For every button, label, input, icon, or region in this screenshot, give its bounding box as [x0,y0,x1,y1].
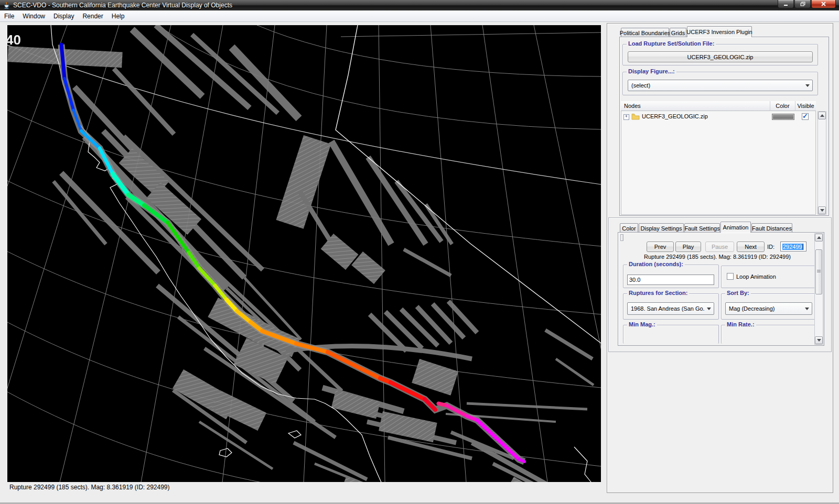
tab-grids[interactable]: Grids [670,28,686,37]
tab-display-settings[interactable]: Display Settings [639,223,684,233]
id-label: ID: [767,244,775,250]
menu-file[interactable]: File [0,12,18,21]
tab-fault-distances[interactable]: Fault Distances [751,223,792,233]
minimize-icon [783,2,788,6]
next-button[interactable]: Next [737,242,765,252]
app-window: { "window": { "title": "SCEC-VDO - South… [0,0,839,504]
scroll-down-icon[interactable] [815,336,823,344]
state-border-line [336,25,601,343]
scroll-up-icon[interactable] [818,112,826,119]
play-button[interactable]: Play [675,242,701,252]
node-name: UCERF3_GEOLOGIC.zip [642,113,708,119]
fault-surfaces [7,25,594,482]
close-icon [821,2,826,6]
loop-animation-label: Loop Animation [736,273,776,280]
sort-by-value: Mag (Decreasing) [729,305,775,312]
coastline [51,25,599,482]
rupture-segment [519,459,524,462]
animation-scrollbar[interactable] [814,233,823,345]
tab-animation[interactable]: Animation [720,222,751,233]
java-app-icon [3,2,10,9]
rupture-id-input[interactable]: 292499 [780,242,806,251]
tab-fault-settings[interactable]: Fault Settings [684,223,720,233]
duration-input[interactable]: 30.0 [627,275,714,285]
scroll-up-icon[interactable] [815,234,823,242]
duration-group-label: Duration (seconds): [627,261,685,267]
scrollbar-thumb[interactable] [815,249,822,294]
min-mag-label: Min Mag.: [627,321,657,327]
latitude-label: 40 [7,32,21,48]
tab-ucerf3-inversion-plugin[interactable]: UCERF3 Inversion Plugin [687,26,752,37]
tab-political-boundaries[interactable]: Political Boundaries [621,28,669,37]
min-rate-label: Min Rate.: [725,321,756,327]
folder-icon [631,113,640,120]
restore-icon [800,2,805,6]
node-color-swatch[interactable] [772,114,794,120]
min-rate-groupbox: Min Rate.: [721,325,817,344]
rupture-caption: Rupture 292499 (185 sects). Mag: 8.36191… [623,254,812,260]
minimize-button[interactable] [778,0,794,8]
chevron-down-icon [805,84,810,87]
visible-column-header[interactable]: Visible [795,101,816,111]
fault-map-canvas: 40 [7,25,601,482]
chevron-down-icon [707,308,711,310]
map-3d-viewport[interactable]: 40 [7,25,601,482]
display-figure-group-label: Display Figure...: [627,68,676,74]
ruptures-for-section-label: Ruptures for Section: [627,290,689,296]
load-rupture-file-button[interactable]: UCERF3_GEOLOGIC.zip [628,51,813,62]
load-rupture-group-label: Load Rupture Set/Solution File: [627,40,716,47]
loop-animation-checkbox[interactable] [727,273,734,280]
scroll-down-icon[interactable] [818,206,826,214]
ruptures-for-section-select[interactable]: 1968. San Andreas (San Go... [627,302,714,315]
pause-button[interactable]: Pause [705,242,734,252]
tab-color[interactable]: Color [620,223,638,233]
window-title: SCEC-VDO - Southern California Earthquak… [13,2,232,9]
close-button[interactable] [811,0,836,8]
nodes-scrollbar[interactable] [818,111,826,215]
nodes-column-header[interactable]: Nodes [621,101,770,111]
title-bar: SCEC-VDO - Southern California Earthquak… [0,0,839,10]
menu-bar: File Window Display Render Help [0,10,839,22]
status-bar-text: Rupture 292499 (185 sects). Mag: 8.36191… [9,484,170,491]
menu-window[interactable]: Window [18,12,49,21]
prev-button[interactable]: Prev [647,242,674,252]
id-selected-text: 292499 [782,244,803,250]
restore-button[interactable] [794,0,811,8]
menu-help[interactable]: Help [107,12,129,21]
display-figure-selected-value: (select) [631,82,650,89]
color-column-header[interactable]: Color [770,101,795,111]
table-row[interactable]: + UCERF3_GEOLOGIC.zip [621,111,816,122]
toolbar-grip[interactable] [620,234,623,241]
menu-render[interactable]: Render [78,12,107,21]
chevron-down-icon [805,308,809,310]
menu-display[interactable]: Display [49,12,78,21]
tree-expand-icon[interactable]: + [623,114,629,120]
ruptures-for-section-value: 1968. San Andreas (San Go... [631,305,704,312]
sort-by-label: Sort By: [725,290,751,296]
node-visible-checkbox[interactable] [802,113,809,120]
display-figure-select[interactable]: (select) [628,80,813,91]
sort-by-select[interactable]: Mag (Decreasing) [725,302,812,315]
min-mag-groupbox: Min Mag.: [623,325,719,344]
rupture-segment [328,352,380,378]
